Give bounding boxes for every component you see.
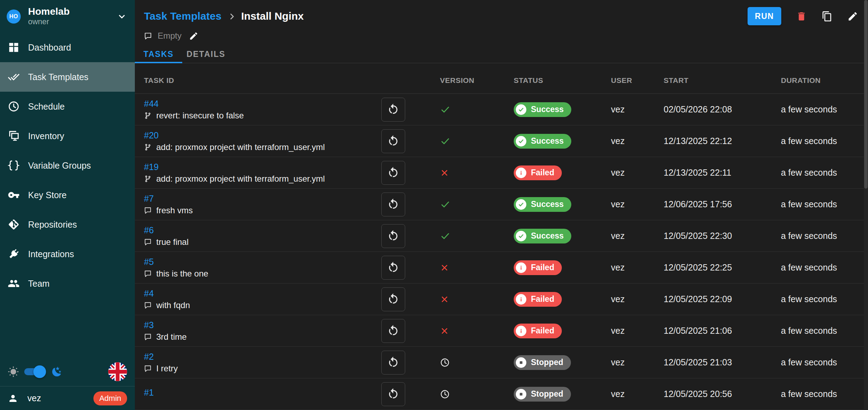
rerun-button[interactable] bbox=[381, 351, 405, 375]
template-description: Empty bbox=[158, 31, 182, 41]
status-badge-icon bbox=[516, 104, 526, 115]
sidebar-item-task-templates[interactable]: Task Templates bbox=[0, 62, 135, 92]
task-description-row: true final bbox=[144, 238, 372, 246]
column-header-status: STATUS bbox=[506, 76, 597, 93]
column-header-task-id: TASK ID bbox=[144, 76, 372, 93]
rerun-button[interactable] bbox=[381, 193, 405, 216]
task-description: 3rd time bbox=[156, 333, 187, 341]
breadcrumb-link-task-templates[interactable]: Task Templates bbox=[144, 10, 222, 22]
rerun-button[interactable] bbox=[381, 319, 405, 343]
scrollbar-thumb[interactable] bbox=[864, 0, 868, 189]
status-badge: Stopped bbox=[514, 355, 571, 370]
table-row[interactable]: #1 Stopped bbox=[135, 378, 868, 410]
table-row[interactable]: #44 revert: insecure to false bbox=[135, 94, 868, 125]
table-row[interactable]: #6 true final bbox=[135, 220, 868, 252]
desc-icon-wrap bbox=[144, 365, 152, 372]
git-branch-icon bbox=[144, 143, 152, 151]
copy-button[interactable] bbox=[822, 11, 833, 22]
edit-button[interactable] bbox=[847, 11, 858, 22]
sidebar-item-team[interactable]: Team bbox=[0, 269, 135, 298]
table-row[interactable]: #7 fresh vms S bbox=[135, 189, 868, 220]
status-cell: Failed bbox=[506, 292, 597, 307]
chevron-down-icon[interactable] bbox=[117, 11, 127, 22]
check-icon bbox=[518, 138, 524, 144]
scrollbar bbox=[864, 0, 868, 410]
trash-icon bbox=[796, 11, 807, 22]
uk-flag-icon[interactable] bbox=[108, 362, 127, 381]
sidebar-item-schedule[interactable]: Schedule bbox=[0, 92, 135, 121]
user-menu[interactable]: vez Admin bbox=[0, 386, 135, 410]
task-id-link[interactable]: #2 bbox=[144, 352, 154, 361]
page-header: Task Templates Install Nginx RUN bbox=[135, 0, 868, 25]
sidebar-item-inventory[interactable]: Inventory bbox=[0, 121, 135, 151]
task-id-link[interactable]: #6 bbox=[144, 226, 154, 235]
restart-icon bbox=[387, 356, 400, 369]
task-cell: #44 revert: insecure to false bbox=[144, 99, 372, 120]
task-id-link[interactable]: #1 bbox=[144, 388, 154, 397]
status-cell: Failed bbox=[506, 165, 597, 180]
task-description: with fqdn bbox=[156, 301, 190, 310]
status-badge-icon bbox=[516, 389, 526, 399]
task-duration: a few seconds bbox=[769, 231, 868, 241]
git-branch-icon bbox=[144, 175, 152, 183]
stop-icon bbox=[518, 359, 524, 366]
task-id-link[interactable]: #4 bbox=[144, 289, 154, 298]
rerun-button[interactable] bbox=[381, 256, 405, 280]
git-branch-icon bbox=[144, 112, 152, 119]
run-button[interactable]: RUN bbox=[748, 7, 781, 25]
status-badge: Success bbox=[514, 134, 571, 149]
sidebar-item-integrations[interactable]: Integrations bbox=[0, 239, 135, 269]
task-id-link[interactable]: #20 bbox=[144, 131, 159, 140]
version-cell bbox=[414, 104, 506, 115]
monitor-multiple-icon bbox=[8, 130, 20, 142]
main-content: Task Templates Install Nginx RUN Empty T… bbox=[135, 0, 868, 410]
status-badge: Failed bbox=[514, 165, 562, 180]
task-id-link[interactable]: #19 bbox=[144, 163, 159, 171]
sidebar-item-key-store[interactable]: Key Store bbox=[0, 180, 135, 210]
project-selector[interactable]: HO Homelab owner bbox=[0, 0, 135, 33]
rerun-button[interactable] bbox=[381, 287, 405, 311]
table-row[interactable]: #19 add: proxmox project with terraform_… bbox=[135, 157, 868, 189]
table-row[interactable]: #20 add: proxmox project with terraform_… bbox=[135, 125, 868, 157]
rerun-button[interactable] bbox=[381, 382, 405, 406]
project-name: Homelab bbox=[28, 6, 70, 17]
task-user: vez bbox=[597, 136, 655, 146]
table-row[interactable]: #2 I retry Sto bbox=[135, 347, 868, 378]
sidebar-item-label: Task Templates bbox=[28, 72, 88, 82]
task-id-link[interactable]: #44 bbox=[144, 99, 159, 108]
task-description-row: this is the one bbox=[144, 269, 372, 278]
tab-details[interactable]: DETAILS bbox=[182, 46, 230, 63]
delete-button[interactable] bbox=[796, 11, 807, 22]
clock-icon bbox=[8, 100, 20, 112]
people-icon bbox=[8, 278, 20, 289]
task-duration: a few seconds bbox=[769, 199, 868, 209]
tab-tasks[interactable]: TASKS bbox=[135, 46, 182, 63]
edit-description-button[interactable] bbox=[189, 31, 198, 41]
task-cell: #4 with fqdn bbox=[144, 289, 372, 310]
table-row[interactable]: #3 3rd time Fa bbox=[135, 315, 868, 347]
task-id-link[interactable]: #3 bbox=[144, 321, 154, 330]
task-duration: a few seconds bbox=[769, 389, 868, 399]
copy-icon bbox=[822, 11, 833, 22]
task-id-link[interactable]: #5 bbox=[144, 258, 154, 266]
status-label: Success bbox=[531, 136, 564, 146]
sidebar-item-variable-groups[interactable]: Variable Groups bbox=[0, 151, 135, 180]
rerun-button[interactable] bbox=[381, 129, 405, 153]
sidebar-item-repositories[interactable]: Repositories bbox=[0, 210, 135, 239]
column-header-user: USER bbox=[597, 76, 655, 93]
admin-badge: Admin bbox=[93, 391, 127, 405]
status-badge-icon bbox=[516, 136, 526, 147]
table-body: #44 revert: insecure to false bbox=[135, 94, 868, 410]
status-badge-icon bbox=[516, 262, 526, 273]
rerun-button[interactable] bbox=[381, 98, 405, 122]
theme-toggle-thumb[interactable] bbox=[33, 365, 46, 378]
table-row[interactable]: #4 with fqdn F bbox=[135, 284, 868, 315]
table-row[interactable]: #5 this is the one bbox=[135, 252, 868, 284]
rerun-button[interactable] bbox=[381, 224, 405, 248]
task-id-link[interactable]: #7 bbox=[144, 194, 154, 203]
theme-toggle[interactable] bbox=[24, 368, 46, 376]
column-header-duration: DURATION bbox=[769, 76, 868, 93]
sidebar-item-dashboard[interactable]: Dashboard bbox=[0, 33, 135, 62]
rerun-button[interactable] bbox=[381, 161, 405, 185]
desc-icon-wrap bbox=[144, 270, 152, 278]
